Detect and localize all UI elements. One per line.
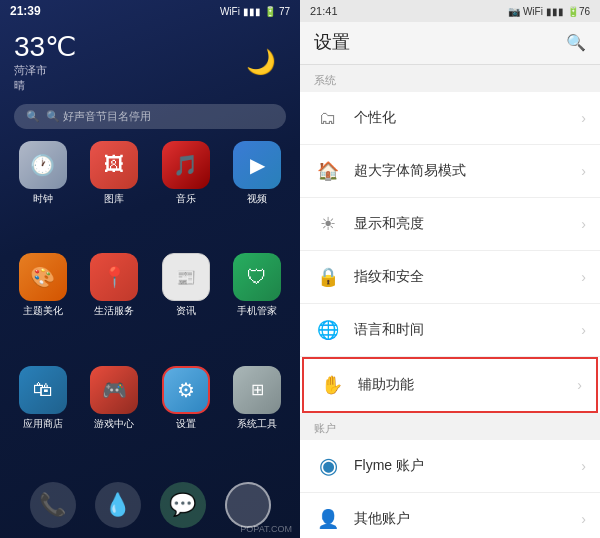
left-time: 21:39 [10, 4, 41, 18]
app-store[interactable]: 🛍 应用商店 [10, 366, 76, 472]
right-panel: 21:41 📷 WiFi ▮▮▮ 🔋76 设置 🔍 系统 🗂 个性化 › 🏠 超… [300, 0, 600, 538]
left-status-bar: 21:39 WiFi ▮▮▮ 🔋 77 [0, 0, 300, 22]
app-label-tools: 系统工具 [237, 417, 277, 431]
temperature: 33℃ [14, 30, 76, 63]
app-icon-music: 🎵 [162, 141, 210, 189]
easy-mode-text: 超大字体简易模式 [354, 162, 581, 180]
app-label-settings: 设置 [176, 417, 196, 431]
apps-grid: 🕐 时钟 🖼 图库 🎵 音乐 ▶ 视频 🎨 主题美化 📍 生活服务 📰 资讯 [0, 137, 300, 476]
account-settings-list: ◉ Flyme 账户 › 👤 其他账户 › [300, 440, 600, 538]
settings-accessibility[interactable]: ✋ 辅助功能 › [302, 357, 598, 413]
app-icon-game: 🎮 [90, 366, 138, 414]
app-label-life: 生活服务 [94, 304, 134, 318]
settings-fingerprint[interactable]: 🔒 指纹和安全 › [300, 251, 600, 304]
right-time: 21:41 [310, 5, 338, 17]
app-label-music: 音乐 [176, 192, 196, 206]
city: 菏泽市 [14, 64, 47, 76]
app-label-manager: 手机管家 [237, 304, 277, 318]
moon-icon: 🌙 [246, 48, 276, 76]
accessibility-text: 辅助功能 [358, 376, 577, 394]
accounts-icon: 👤 [314, 505, 342, 533]
app-label-video: 视频 [247, 192, 267, 206]
left-watermark: POPAT.COM [240, 524, 292, 534]
dock-chat[interactable]: 💬 [160, 482, 206, 528]
app-label-clock: 时钟 [33, 192, 53, 206]
app-label-theme: 主题美化 [23, 304, 63, 318]
fingerprint-icon: 🔒 [314, 263, 342, 291]
search-placeholder: 🔍 好声音节目名停用 [46, 109, 151, 124]
app-manager[interactable]: 🛡 手机管家 [225, 253, 291, 359]
search-icon: 🔍 [26, 110, 40, 123]
app-label-game: 游戏中心 [94, 417, 134, 431]
display-text: 显示和亮度 [354, 215, 581, 233]
app-label-news: 资讯 [176, 304, 196, 318]
app-icon-theme: 🎨 [19, 253, 67, 301]
app-icon-store: 🛍 [19, 366, 67, 414]
app-video[interactable]: ▶ 视频 [225, 141, 291, 247]
app-icon-gallery: 🖼 [90, 141, 138, 189]
accessibility-icon: ✋ [318, 371, 346, 399]
app-life[interactable]: 📍 生活服务 [82, 253, 148, 359]
settings-display[interactable]: ☀ 显示和亮度 › [300, 198, 600, 251]
chevron-icon-2: › [581, 163, 586, 179]
settings-easy-mode[interactable]: 🏠 超大字体简易模式 › [300, 145, 600, 198]
app-label-gallery: 图库 [104, 192, 124, 206]
dock-browser[interactable]: 💧 [95, 482, 141, 528]
weather-condition: 晴 [14, 79, 25, 91]
header-search-icon[interactable]: 🔍 [566, 33, 586, 52]
app-music[interactable]: 🎵 音乐 [153, 141, 219, 247]
app-news[interactable]: 📰 资讯 [153, 253, 219, 359]
settings-other-accounts[interactable]: 👤 其他账户 › [300, 493, 600, 538]
language-text: 语言和时间 [354, 321, 581, 339]
app-icon-tools: ⊞ [233, 366, 281, 414]
weather-area: 33℃ 菏泽市 晴 🌙 [0, 22, 300, 100]
section-system: 系统 [300, 65, 600, 92]
app-settings[interactable]: ⚙ 设置 [153, 366, 219, 472]
settings-title: 设置 [314, 30, 350, 54]
flyme-text: Flyme 账户 [354, 457, 581, 475]
app-theme[interactable]: 🎨 主题美化 [10, 253, 76, 359]
dock-home[interactable] [225, 482, 271, 528]
app-label-store: 应用商店 [23, 417, 63, 431]
chevron-icon-7: › [581, 458, 586, 474]
settings-personalization[interactable]: 🗂 个性化 › [300, 92, 600, 145]
app-icon-manager: 🛡 [233, 253, 281, 301]
system-settings-list: 🗂 个性化 › 🏠 超大字体简易模式 › ☀ 显示和亮度 › 🔒 指纹和安全 ›… [300, 92, 600, 413]
chevron-icon-3: › [581, 216, 586, 232]
app-icon-life: 📍 [90, 253, 138, 301]
language-icon: 🌐 [314, 316, 342, 344]
app-tools[interactable]: ⊞ 系统工具 [225, 366, 291, 472]
settings-language[interactable]: 🌐 语言和时间 › [300, 304, 600, 357]
settings-flyme[interactable]: ◉ Flyme 账户 › [300, 440, 600, 493]
chevron-icon: › [581, 110, 586, 126]
chevron-icon-6: › [577, 377, 582, 393]
section-account: 账户 [300, 413, 600, 440]
app-icon-news: 📰 [162, 253, 210, 301]
right-header: 设置 🔍 [300, 22, 600, 65]
personalization-text: 个性化 [354, 109, 581, 127]
left-status-icons: WiFi ▮▮▮ 🔋 77 [220, 6, 290, 17]
flyme-icon: ◉ [314, 452, 342, 480]
personalization-icon: 🗂 [314, 104, 342, 132]
chevron-icon-4: › [581, 269, 586, 285]
chevron-icon-5: › [581, 322, 586, 338]
chevron-icon-8: › [581, 511, 586, 527]
easy-mode-icon: 🏠 [314, 157, 342, 185]
settings-scroll[interactable]: 系统 🗂 个性化 › 🏠 超大字体简易模式 › ☀ 显示和亮度 › 🔒 指纹和安… [300, 65, 600, 538]
app-gallery[interactable]: 🖼 图库 [82, 141, 148, 247]
display-icon: ☀ [314, 210, 342, 238]
app-game[interactable]: 🎮 游戏中心 [82, 366, 148, 472]
fingerprint-text: 指纹和安全 [354, 268, 581, 286]
accounts-text: 其他账户 [354, 510, 581, 528]
app-icon-settings: ⚙ [162, 366, 210, 414]
left-panel: 21:39 WiFi ▮▮▮ 🔋 77 33℃ 菏泽市 晴 🌙 🔍 🔍 好声音节… [0, 0, 300, 538]
app-icon-clock: 🕐 [19, 141, 67, 189]
dock-phone[interactable]: 📞 [30, 482, 76, 528]
search-bar[interactable]: 🔍 🔍 好声音节目名停用 [14, 104, 286, 129]
app-clock[interactable]: 🕐 时钟 [10, 141, 76, 247]
right-status-bar: 21:41 📷 WiFi ▮▮▮ 🔋76 [300, 0, 600, 22]
app-icon-video: ▶ [233, 141, 281, 189]
